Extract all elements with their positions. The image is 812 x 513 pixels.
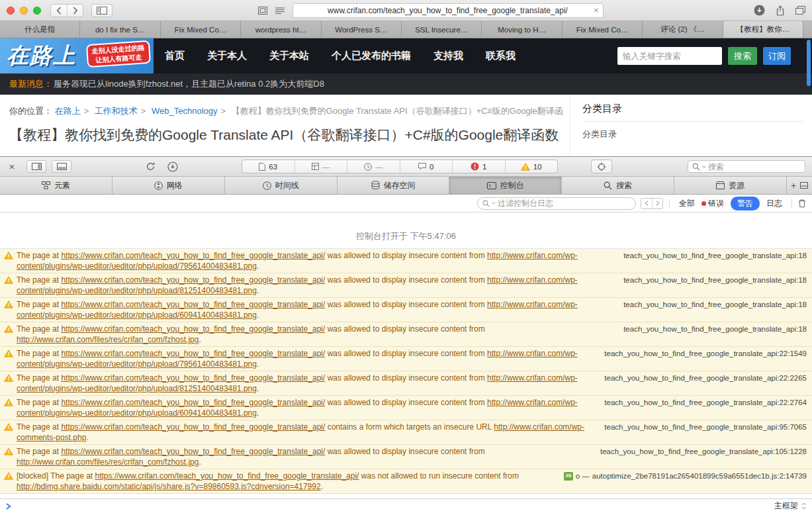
warning-count[interactable]: 10 (505, 160, 558, 173)
resource-count-layout[interactable]: — (294, 160, 347, 173)
browser-tab[interactable]: 什么是指 (0, 21, 80, 38)
sidebar-toggle-button[interactable] (91, 4, 113, 17)
inspector-close-button[interactable]: × (7, 161, 17, 172)
browser-tab-active[interactable]: 【教程】教你… (723, 21, 803, 38)
breadcrumb-link-home[interactable]: 在路上 (55, 106, 81, 116)
console-filter-input[interactable] (498, 199, 631, 208)
console-warning-row[interactable]: The page at https://www.crifan.com/teach… (0, 371, 812, 396)
console-warning-row[interactable]: [blocked] The page at https://www.crifan… (0, 469, 812, 494)
page-preview-button[interactable] (258, 7, 267, 15)
browser-tab[interactable]: 评论 (2) 《… (643, 21, 723, 38)
nav-item-support[interactable]: 支持我 (422, 38, 474, 73)
tab-storage[interactable]: 储存空间 (338, 177, 450, 194)
warning-url-link[interactable]: https://www.crifan.com/teach_you_how_to_… (61, 447, 325, 456)
element-picker-button[interactable] (591, 160, 612, 173)
tab-elements[interactable]: 元素 (0, 177, 113, 194)
frame-context-selector[interactable]: 主框架 (774, 500, 806, 512)
warning-source-location[interactable]: teach_you_how_to_find_free_google_transl… (604, 348, 807, 359)
tab-console[interactable]: 控制台 (449, 177, 562, 194)
quick-console-prompt[interactable] (6, 503, 11, 510)
warning-url-link[interactable]: https://www.crifan.com/teach_you_how_to_… (61, 349, 325, 358)
dock-to-side-button[interactable] (26, 160, 46, 173)
warning-url-link[interactable]: https://www.crifan.com/teach_you_how_to_… (95, 471, 359, 481)
site-search-input[interactable] (617, 47, 722, 65)
browser-tab[interactable]: Moving to H… (482, 21, 562, 38)
browser-tab[interactable]: Fix Mixed Co… (563, 21, 643, 38)
minimize-window-button[interactable] (20, 7, 28, 15)
warning-url-link[interactable]: http://www.crifan.com/files/res/crifan_c… (17, 457, 199, 467)
warning-url-link[interactable]: http://bdimg.share.baidu.com/static/api/… (17, 482, 321, 491)
zoom-window-button[interactable] (33, 7, 41, 15)
new-tab-button[interactable]: + (791, 180, 796, 191)
nav-item-home[interactable]: 首页 (154, 38, 196, 73)
resource-summary-bar[interactable]: 63 — — 0 1 (242, 160, 558, 173)
warning-url-link[interactable]: https://www.crifan.com/teach_you_how_to_… (61, 300, 325, 309)
resource-count-console[interactable]: 0 (400, 160, 453, 173)
inspector-search-input[interactable] (708, 162, 801, 171)
close-window-button[interactable] (7, 7, 15, 15)
warning-source-location[interactable]: teach_you_how_to_find_free_google_transl… (600, 446, 807, 457)
tab-resources[interactable]: 资源 (674, 177, 787, 194)
reader-button[interactable] (275, 7, 285, 14)
address-bar[interactable]: www.crifan.com/teach_you_how_to_find_fre… (293, 3, 604, 18)
browser-tab[interactable]: Fix Mixed Co… (161, 21, 241, 38)
forward-button[interactable] (67, 5, 83, 17)
tab-timelines[interactable]: 时间线 (225, 177, 338, 194)
inspector-search-field[interactable] (688, 160, 805, 173)
console-warning-row[interactable]: The page at https://www.crifan.com/teach… (0, 420, 812, 445)
page-scrollbar-thumb[interactable] (807, 40, 811, 86)
nav-item-books[interactable]: 个人已发布的书籍 (320, 38, 422, 73)
scope-logs-button[interactable]: 日志 (766, 198, 782, 209)
browser-tab[interactable]: SSL Insecure… (402, 21, 482, 38)
console-warning-row[interactable]: The page at https://www.crifan.com/teach… (0, 347, 812, 371)
console-warning-row[interactable]: The page at https://www.crifan.com/teach… (0, 249, 812, 273)
browser-tab[interactable]: do I fix the S… (80, 21, 160, 38)
warning-url-link[interactable]: https://www.crifan.com/teach_you_how_to_… (61, 324, 325, 334)
warning-source-location[interactable]: teach_you_how_to_find_free_google_transl… (604, 397, 807, 408)
downloads-button[interactable] (754, 5, 765, 16)
warning-source-location[interactable]: teach_you_how_to_find_free_google_transl… (623, 299, 807, 310)
resource-count-time[interactable]: — (347, 160, 400, 173)
console-warning-row[interactable]: The page at https://www.crifan.com/teach… (0, 396, 812, 420)
back-button[interactable] (51, 5, 67, 17)
warning-source-location[interactable]: teach_you_how_to_find_free_google_transl… (623, 250, 807, 261)
clear-console-button[interactable] (798, 199, 806, 208)
nav-item-contact[interactable]: 联系我 (474, 38, 527, 73)
console-warning-row[interactable]: The page at https://www.crifan.com/teach… (0, 273, 812, 298)
breadcrumb-link-category[interactable]: 工作和技术 (95, 106, 138, 116)
console-warning-row[interactable]: The page at https://www.crifan.com/teach… (0, 445, 812, 469)
warning-source-location[interactable]: teach_you_how_to_find_free_google_transl… (604, 373, 807, 383)
next-result-button[interactable] (652, 199, 662, 209)
subscribe-button[interactable]: 订阅 (763, 47, 791, 65)
nav-item-about-me[interactable]: 关于本人 (196, 38, 258, 73)
tab-search[interactable]: 搜索 (562, 177, 674, 194)
warning-url-link[interactable]: https://www.crifan.com/teach_you_how_to_… (61, 275, 325, 285)
previous-result-button[interactable] (641, 199, 652, 209)
browser-tab[interactable]: WordPress S… (322, 21, 402, 38)
share-button[interactable] (776, 5, 785, 16)
nav-item-about-site[interactable]: 关于本站 (258, 38, 320, 73)
show-all-tabs-button[interactable] (795, 6, 805, 15)
scope-warnings-button[interactable]: 警告 (731, 197, 760, 210)
warning-source-location[interactable]: teach_you_how_to_find_free_google_transl… (623, 324, 807, 334)
console-filter-field[interactable] (477, 197, 636, 210)
dock-to-bottom-button[interactable] (52, 160, 71, 173)
warning-url-link[interactable]: https://www.crifan.com/teach_you_how_to_… (61, 398, 325, 407)
resource-count-documents[interactable]: 63 (242, 160, 294, 173)
browser-tab[interactable]: wordpress ht… (241, 21, 321, 38)
error-count[interactable]: 1 (452, 160, 505, 173)
warning-url-link[interactable]: https://www.crifan.com/teach_you_how_to_… (61, 251, 325, 260)
scope-all-button[interactable]: 全部 (679, 198, 695, 209)
tab-network[interactable]: 网络 (113, 177, 225, 194)
warning-source-location[interactable]: teach_you_how_to_find_free_google_transl… (604, 422, 807, 432)
reload-page-button[interactable] (146, 162, 156, 171)
console-warning-row[interactable]: The page at https://www.crifan.com/teach… (0, 322, 812, 347)
console-warning-row[interactable]: The page at https://www.crifan.com/teach… (0, 298, 812, 322)
split-console-icon[interactable] (800, 182, 808, 189)
site-logo[interactable]: 在路上 走别人没走过的路 让别人有路可走 (0, 38, 154, 73)
warning-url-link[interactable]: https://www.crifan.com/teach_you_how_to_… (61, 422, 325, 432)
warning-url-link[interactable]: http://www.crifan.com/files/res/crifan_c… (17, 335, 199, 344)
stop-loading-button[interactable]: × (594, 5, 599, 16)
scope-errors-button[interactable]: 错误 (701, 198, 724, 209)
download-web-archive-button[interactable] (167, 162, 178, 172)
